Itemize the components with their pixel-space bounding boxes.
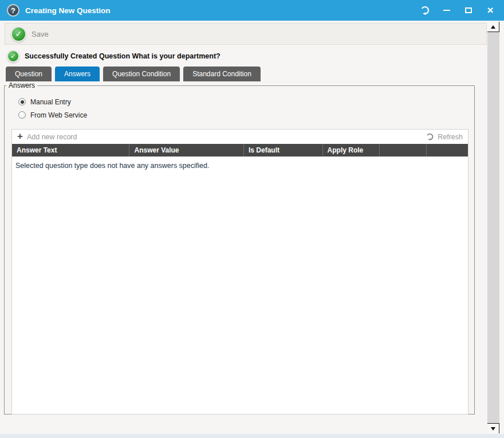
save-button-label: Save [32, 30, 49, 38]
column-header-empty-1 [380, 144, 427, 157]
refresh-grid-button[interactable]: Refresh [426, 133, 463, 141]
maximize-button[interactable] [462, 3, 475, 17]
window-controls: × [418, 3, 497, 17]
vertical-scrollbar[interactable] [487, 22, 499, 433]
column-header-answer-value[interactable]: Answer Value [129, 144, 243, 157]
scroll-down-button[interactable] [487, 423, 499, 433]
column-header-is-default[interactable]: Is Default [244, 144, 323, 157]
status-message: Successfully Created Question What is yo… [25, 52, 220, 60]
radio-from-web-service[interactable]: From Web Service [18, 108, 474, 122]
plus-icon: + [17, 131, 23, 141]
status-message-row: ✓ Successfully Created Question What is … [7, 49, 487, 63]
minimize-icon [443, 10, 450, 11]
refresh-window-button[interactable] [418, 3, 432, 17]
minimize-button[interactable] [440, 3, 454, 17]
help-icon[interactable]: ? [7, 4, 19, 17]
answers-groupbox: Answers Manual Entry From Web Service [4, 81, 475, 414]
arrow-up-icon [491, 25, 495, 29]
success-check-icon: ✓ [7, 50, 19, 62]
refresh-icon [420, 6, 430, 15]
tab-question[interactable]: Question [6, 67, 52, 81]
dialog-window: ? Creating New Question × [0, 0, 504, 438]
refresh-icon [426, 133, 434, 140]
grid-toolbar: + Add new record Refresh [12, 130, 468, 144]
grid-empty-message: Selected question type does not have any… [12, 157, 468, 175]
scroll-up-button[interactable] [487, 22, 499, 32]
scrollbar-track[interactable] [487, 32, 499, 423]
column-header-answer-text[interactable]: Answer Text [12, 144, 129, 157]
add-new-record-button[interactable]: + Add new record [17, 132, 77, 141]
window-title: Creating New Question [25, 6, 418, 15]
close-button[interactable]: × [483, 3, 497, 17]
save-check-icon: ✓ [11, 26, 26, 42]
grid-header-row: Answer Text Answer Value Is Default Appl… [12, 144, 468, 157]
column-header-empty-2 [427, 144, 468, 157]
add-new-record-label: Add new record [27, 133, 77, 141]
close-icon: × [487, 5, 493, 15]
title-bar: ? Creating New Question × [0, 0, 504, 21]
radio-button-icon [18, 111, 26, 119]
dialog-body: ✓ Save ✓ Successfully Created Question W… [0, 21, 504, 438]
tab-question-condition[interactable]: Question Condition [103, 67, 180, 81]
action-toolbar: ✓ Save [5, 23, 487, 45]
radio-manual-entry[interactable]: Manual Entry [18, 95, 474, 108]
save-button[interactable]: ✓ Save [11, 26, 49, 42]
answers-legend: Answers [6, 81, 37, 89]
radio-from-web-service-label: From Web Service [30, 111, 87, 119]
tab-answers[interactable]: Answers [55, 67, 100, 81]
tab-standard-condition[interactable]: Standard Condition [183, 67, 261, 81]
radio-button-icon [18, 98, 26, 105]
answer-source-options: Manual Entry From Web Service [18, 95, 474, 122]
radio-manual-entry-label: Manual Entry [30, 98, 71, 106]
column-header-apply-role[interactable]: Apply Role [323, 144, 380, 157]
answers-grid: + Add new record Refresh Answer Te [11, 129, 468, 414]
refresh-grid-label: Refresh [438, 133, 463, 141]
tab-strip: Question Answers Question Condition Stan… [6, 67, 487, 81]
window-bottom-edge [0, 434, 504, 438]
maximize-icon [465, 7, 472, 13]
arrow-down-icon [491, 427, 495, 431]
